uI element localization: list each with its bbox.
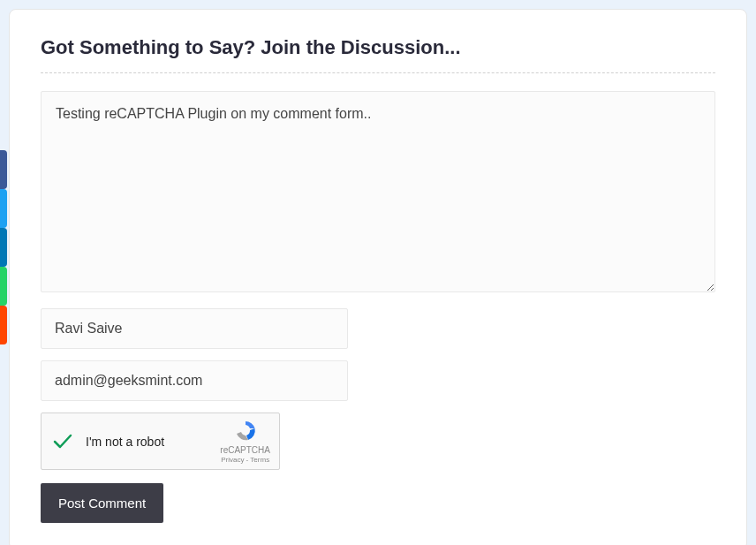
recaptcha-logo-icon [233, 419, 258, 443]
name-field[interactable] [41, 308, 348, 349]
recaptcha-label: I'm not a robot [86, 435, 220, 449]
recaptcha-branding: reCAPTCHA Privacy - Terms [220, 419, 270, 464]
email-field[interactable] [41, 360, 348, 401]
recaptcha-brand-text: reCAPTCHA [220, 445, 270, 455]
recaptcha-privacy-link[interactable]: Privacy [221, 456, 244, 464]
share-linkedin-tab[interactable] [0, 228, 7, 267]
recaptcha-links: Privacy - Terms [220, 456, 270, 464]
comment-form-container: Got Something to Say? Join the Discussio… [9, 9, 747, 545]
post-comment-button[interactable]: Post Comment [41, 483, 163, 523]
recaptcha-checkmark-icon [50, 429, 75, 454]
comment-textarea[interactable] [41, 91, 715, 292]
share-facebook-tab[interactable] [0, 150, 7, 189]
social-share-tabs [0, 150, 7, 344]
share-reddit-tab[interactable] [0, 306, 7, 344]
share-whatsapp-tab[interactable] [0, 267, 7, 306]
recaptcha-terms-link[interactable]: Terms [250, 456, 269, 464]
recaptcha-widget[interactable]: I'm not a robot reCAPTCHA Privacy - Term… [41, 413, 280, 470]
share-twitter-tab[interactable] [0, 189, 7, 228]
form-heading: Got Something to Say? Join the Discussio… [41, 36, 715, 73]
